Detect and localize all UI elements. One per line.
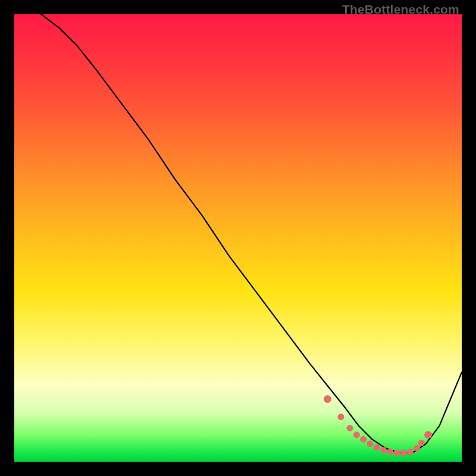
highlight-dot [400, 450, 406, 456]
highlight-dot [408, 449, 414, 455]
chart-svg [14, 14, 462, 462]
highlight-dots [324, 396, 431, 456]
highlight-dot [324, 396, 331, 403]
highlight-dot [425, 431, 432, 439]
highlight-dot [361, 436, 367, 442]
highlight-dot [380, 447, 386, 453]
highlight-dot [414, 445, 420, 451]
highlight-dot [347, 425, 353, 431]
highlight-dot [353, 432, 359, 438]
plot-area [14, 14, 462, 462]
highlight-dot [418, 440, 424, 446]
highlight-dot [387, 449, 393, 455]
highlight-dot [394, 450, 400, 456]
highlight-dot [367, 441, 373, 447]
highlight-dot [374, 444, 380, 450]
highlight-dot [338, 414, 344, 420]
bottleneck-curve [41, 14, 462, 453]
chart-frame: TheBottleneck.com [0, 0, 476, 476]
